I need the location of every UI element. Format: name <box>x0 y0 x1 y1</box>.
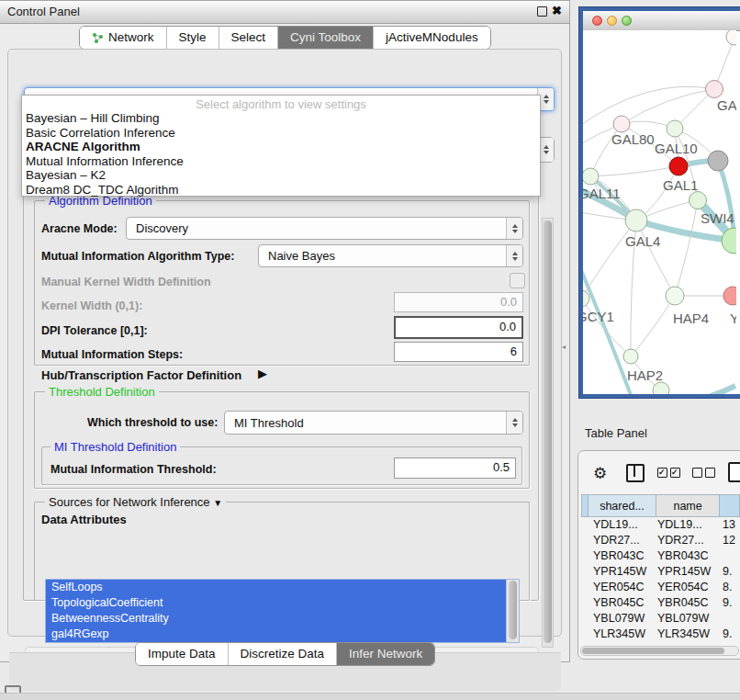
tab-style[interactable]: Style <box>166 27 219 49</box>
tab-cyni-toolbox[interactable]: Cyni Toolbox <box>277 27 373 49</box>
settings-vertical-scrollbar-thumb[interactable] <box>544 220 552 643</box>
column-header-name[interactable]: name <box>656 494 720 517</box>
tab-impute-data[interactable]: Impute Data <box>136 643 228 665</box>
network-window-titlebar <box>583 11 740 31</box>
row-index-header[interactable] <box>581 494 589 517</box>
attributes-scrollbar[interactable] <box>506 580 519 642</box>
network-node-gal1[interactable] <box>669 157 688 175</box>
kernel-width-input[interactable]: 0.0 <box>394 292 523 312</box>
split-columns-icon[interactable] <box>626 464 645 482</box>
mi-threshold-input[interactable]: 0.5 <box>394 457 516 479</box>
network-node-label: GAL80 <box>611 131 655 147</box>
network-edge-highlighted[interactable] <box>671 386 735 394</box>
table-row[interactable]: YBR045CYBR045C9. <box>581 595 740 611</box>
which-threshold-combo[interactable]: MI Threshold <box>224 411 523 435</box>
algorithm-option[interactable]: Bayesian – Hill Climbing <box>22 111 540 126</box>
table-row[interactable]: YBL079WYBL079W <box>581 611 740 627</box>
minimize-traffic-light-icon[interactable] <box>607 16 617 26</box>
table-row[interactable]: YLR345WYLR345W9. <box>581 627 740 642</box>
tab-select[interactable]: Select <box>219 27 278 49</box>
dpi-tolerance-input[interactable]: 0.0 <box>394 316 523 339</box>
network-node-gcy1[interactable] <box>583 290 589 307</box>
tab-jactivemnodules[interactable]: jActiveMNodules <box>373 27 490 49</box>
table-panel-title: Table Panel <box>585 426 647 440</box>
column-header-shared...[interactable]: shared... <box>589 494 657 517</box>
table-cell: 8. <box>719 580 732 595</box>
tab-discretize-data[interactable]: Discretize Data <box>228 643 337 665</box>
network-edge[interactable] <box>631 296 675 356</box>
network-edge-highlighted[interactable] <box>583 257 631 394</box>
algorithm-option[interactable]: Bayesian – K2 <box>22 168 540 183</box>
algorithm-option[interactable]: ARACNE Algorithm <box>22 140 540 154</box>
table-row[interactable]: YDR27...YDR27...12 <box>581 533 740 548</box>
table-rows[interactable]: YDL19...YDL19...13YDR27...YDR27...12YBR0… <box>581 517 740 645</box>
network-node-gal-pink[interactable] <box>706 81 723 98</box>
column-header-partial[interactable] <box>720 494 740 517</box>
collapse-down-icon[interactable]: ▼ <box>213 498 222 508</box>
algorithm-option[interactable]: Mutual Information Inference <box>22 154 540 169</box>
network-node-label: GCY1 <box>583 309 614 324</box>
network-node-gray-node[interactable] <box>708 151 728 171</box>
table-row[interactable]: YBR043CYBR043C <box>581 548 740 564</box>
screen: Control Panel ✖ NetworkStyleSelectCyni T… <box>0 0 740 700</box>
table-row[interactable]: YPR145WYPR145W9. <box>581 564 740 580</box>
table-cell: YLR345W <box>653 627 719 642</box>
algorithm-option[interactable]: Dream8 DC_TDC Algorithm <box>22 183 540 198</box>
hub-section-label: Hub/Transcription Factor Definition <box>41 368 241 382</box>
network-node-gal11[interactable] <box>583 168 599 185</box>
tab-label: Infer Network <box>349 643 422 665</box>
network-canvas[interactable]: GALGAL80GAL10GAL1GAL11SWI4GAL4GCY1HAP4YH… <box>583 30 736 394</box>
control-panel-titlebar: Control Panel ✖ <box>0 1 569 24</box>
table-horizontal-scrollbar-thumb[interactable] <box>582 648 724 654</box>
sources-label: Sources for Network Inference ▼ <box>45 495 226 509</box>
expand-right-icon[interactable]: ▶ <box>258 367 267 380</box>
manual-kernel-checkbox[interactable] <box>510 273 525 288</box>
zoom-traffic-light-icon[interactable] <box>622 16 632 26</box>
network-node-hap4[interactable] <box>666 287 684 305</box>
network-node-gal80[interactable] <box>613 116 630 132</box>
network-node-gal4[interactable] <box>625 209 647 231</box>
network-node-swi4[interactable] <box>690 192 707 209</box>
network-node-bottom-partial[interactable] <box>653 382 669 394</box>
network-node-hap2[interactable] <box>623 349 638 364</box>
unchecked-boxes-icon[interactable] <box>692 468 715 478</box>
table-icon[interactable] <box>728 462 740 482</box>
table-row[interactable]: YDL19...YDL19...13 <box>581 517 740 533</box>
float-panel-icon[interactable] <box>537 6 547 17</box>
network-edge[interactable] <box>675 200 698 296</box>
aracne-mode-combo[interactable]: Discovery <box>126 217 523 240</box>
attribute-item[interactable]: SelfLoops <box>46 580 506 595</box>
mi-type-combo[interactable]: Naive Bayes <box>258 244 523 267</box>
network-node-top-partial[interactable] <box>726 30 736 45</box>
table-header-row[interactable]: shared...name <box>581 494 740 517</box>
table-row[interactable]: YIL052CYIL052C9 <box>581 642 740 645</box>
gear-icon[interactable]: ⚙ <box>593 464 607 483</box>
tab-label: Network <box>108 27 154 49</box>
network-edge[interactable] <box>583 220 636 299</box>
close-traffic-light-icon[interactable] <box>592 16 602 26</box>
algorithm-option[interactable]: Basic Correlation Inference <box>22 126 540 141</box>
tab-label: Style <box>179 27 207 49</box>
network-node-label: GAL <box>717 97 736 113</box>
splitter-handle[interactable]: ◂ <box>562 343 567 351</box>
data-attributes-list[interactable]: SelfLoopsTopologicalCoefficientBetweenne… <box>45 579 520 643</box>
attribute-item[interactable]: TopologicalCoefficient <box>46 595 506 611</box>
aracne-mode-label: Aracne Mode: <box>41 222 118 235</box>
control-panel-title: Control Panel <box>7 5 80 18</box>
network-edge[interactable] <box>622 89 714 124</box>
network-node-gal10[interactable] <box>667 120 683 137</box>
tab-network[interactable]: Network <box>80 27 166 49</box>
control-panel-tab-bar: NetworkStyleSelectCyni ToolboxjActiveMNo… <box>79 26 491 50</box>
mi-steps-input[interactable]: 6 <box>394 342 523 362</box>
table-cell: 12 <box>719 533 735 548</box>
threshold-definition-label: Threshold Definition <box>45 385 159 399</box>
checked-boxes-icon[interactable]: ✓✓ <box>657 468 680 478</box>
table-row[interactable]: YER054CYER054C8. <box>581 580 740 595</box>
close-icon[interactable]: ✖ <box>552 4 562 17</box>
attribute-item[interactable]: BetweennessCentrality <box>46 611 506 627</box>
attribute-item[interactable]: gal4RGexp <box>46 627 506 642</box>
network-edge[interactable] <box>583 299 631 356</box>
network-node-pink-right[interactable] <box>723 287 736 305</box>
network-edge[interactable] <box>590 166 678 176</box>
tab-infer-network[interactable]: Infer Network <box>336 643 434 665</box>
